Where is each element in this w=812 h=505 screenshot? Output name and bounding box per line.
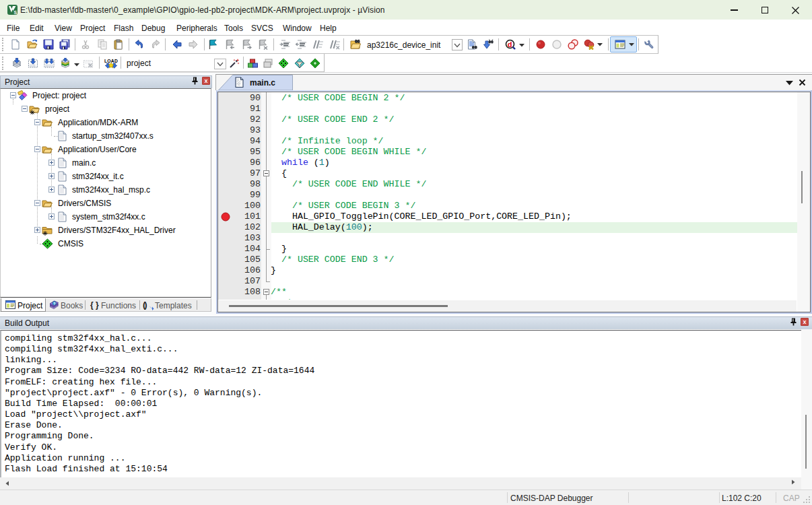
svg-text:S: S [13,10,17,15]
svg-text:d: d [508,40,512,48]
